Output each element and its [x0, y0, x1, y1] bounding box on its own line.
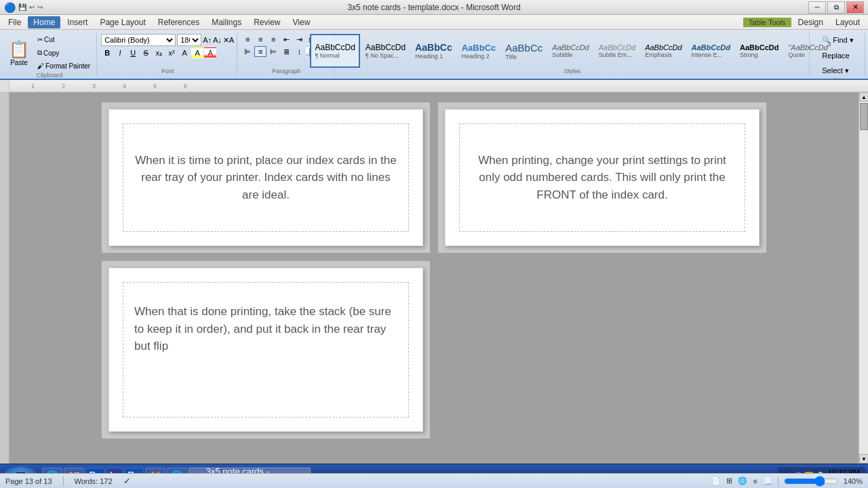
status-bar: Page 13 of 13 Words: 172 ✓ 📄 ⊞ 🌐 ≡ 📃 140…	[0, 473, 868, 488]
style-subtle-emphasis[interactable]: AaBbCcDdSubtle Em...	[595, 34, 639, 68]
scroll-up-button[interactable]: ▲	[859, 92, 868, 102]
shrink-font-button[interactable]: A↓	[213, 36, 222, 44]
cards-grid: When it is time to print, place our inde…	[102, 102, 766, 439]
title-bar-title: 3x5 note cards - template.docx - Microso…	[0, 3, 868, 12]
left-margin-bar	[0, 92, 9, 464]
ruler-marks: 123456	[11, 80, 857, 92]
menu-page-layout[interactable]: Page Layout	[94, 16, 151, 28]
quick-access-undo[interactable]: ↩	[29, 3, 35, 11]
index-card-2[interactable]: When printing, change your print setting…	[445, 109, 760, 246]
align-center-button[interactable]: ≡	[254, 46, 267, 57]
style-heading1[interactable]: AaBbCcHeading 1	[411, 34, 456, 68]
clipboard-label: Clipboard	[37, 72, 63, 79]
restore-button[interactable]: ⧉	[827, 1, 845, 14]
quick-access-save[interactable]: 💾	[18, 3, 26, 11]
view-web-icon[interactable]: 🌐	[738, 476, 747, 485]
format-painter-button[interactable]: 🖌 Format Painter	[34, 60, 94, 72]
increase-indent-button[interactable]: ⇥	[293, 34, 305, 45]
cut-button[interactable]: ✂ Cut	[34, 34, 94, 45]
view-draft-icon[interactable]: 📃	[763, 476, 772, 485]
view-outline-icon[interactable]: ≡	[753, 477, 757, 485]
menu-home[interactable]: Home	[28, 16, 60, 28]
card-inner-2: When printing, change your print setting…	[459, 123, 745, 232]
editing-controls: 🔍 Find ▾ Replace Select ▾	[818, 34, 856, 77]
zoom-level: 140%	[844, 477, 863, 485]
view-fullscreen-icon[interactable]: ⊞	[726, 476, 732, 485]
bold-button[interactable]: B	[101, 47, 113, 58]
menu-review[interactable]: Review	[248, 16, 285, 28]
table-tools-tab: Table Tools	[743, 18, 791, 27]
numbering-button[interactable]: ≡	[254, 34, 267, 45]
decrease-indent-button[interactable]: ⇤	[280, 34, 292, 45]
underline-button[interactable]: U	[127, 47, 139, 58]
paste-button[interactable]: 📋 Paste	[5, 38, 33, 68]
font-label: Font	[161, 68, 174, 75]
card-text-1: When it is time to print, place our inde…	[134, 152, 397, 204]
style-strong[interactable]: AaBbCcDdStrong	[736, 34, 783, 68]
menu-design[interactable]: Design	[793, 16, 829, 28]
style-title[interactable]: AaBbCcTitle	[501, 34, 547, 68]
menu-insert[interactable]: Insert	[62, 16, 93, 28]
justify-button[interactable]: ≣	[280, 46, 292, 57]
font-name-select[interactable]: Calibri (Body)	[101, 34, 176, 46]
menu-references[interactable]: References	[153, 16, 205, 28]
document-canvas[interactable]: When it is time to print, place our inde…	[9, 92, 859, 464]
replace-button[interactable]: Replace	[818, 49, 856, 62]
ribbon-content: 📋 Paste ✂ Cut ⧉ Copy 🖌 Format Painter Cl…	[0, 31, 868, 77]
spell-check-icon[interactable]: ✓	[123, 476, 131, 486]
minimize-button[interactable]: ─	[808, 1, 826, 14]
right-scrollbar: ▲ ▼	[859, 92, 868, 464]
close-button[interactable]: ✕	[846, 1, 864, 14]
format-buttons-row: B I U S x₂ x² A A A	[101, 47, 234, 58]
ribbon-group-styles: AaBbCcDd¶ Normal AaBbCcDd¶ No Spac... Aa…	[336, 33, 810, 76]
find-button[interactable]: 🔍 Find ▾	[818, 34, 856, 47]
zoom-slider[interactable]	[784, 477, 838, 485]
menu-file[interactable]: File	[3, 16, 26, 28]
scroll-down-button[interactable]: ▼	[859, 454, 868, 464]
style-heading2[interactable]: AaBbCcHeading 2	[458, 34, 500, 68]
word-count: Words: 172	[75, 477, 113, 485]
font-color-button[interactable]: A	[204, 47, 216, 58]
paste-label: Paste	[10, 59, 28, 66]
clear-formatting-button[interactable]: ✕A	[223, 36, 234, 45]
view-print-icon[interactable]: 📄	[711, 476, 721, 485]
text-effects-button[interactable]: A	[178, 47, 191, 58]
style-intense-emphasis[interactable]: AaBbCcDdIntense E...	[688, 34, 734, 68]
card-text-2: When printing, change your print setting…	[471, 152, 734, 204]
index-card-3[interactable]: When that is done printing, take the sta…	[108, 268, 423, 432]
line-spacing-button[interactable]: ↕	[293, 46, 305, 57]
menu-mailings[interactable]: Mailings	[206, 16, 247, 28]
bullets-button[interactable]: ≡	[241, 34, 254, 45]
scrollbar-track	[859, 102, 868, 454]
strikethrough-button[interactable]: S	[140, 47, 152, 58]
style-emphasis[interactable]: AaBbCcDdEmphasis	[641, 34, 686, 68]
ruler-corner	[0, 80, 9, 92]
card-inner-1: When it is time to print, place our inde…	[123, 123, 409, 232]
style-normal[interactable]: AaBbCcDd¶ Normal	[310, 34, 359, 68]
italic-button[interactable]: I	[114, 47, 126, 58]
index-card-1[interactable]: When it is time to print, place our inde…	[108, 109, 423, 246]
text-highlight-button[interactable]: A	[191, 47, 203, 58]
menu-layout[interactable]: Layout	[830, 16, 865, 28]
ribbon-group-editing: 🔍 Find ▾ Replace Select ▾ Editing	[811, 33, 865, 76]
page-cell-2: When printing, change your print setting…	[438, 102, 766, 253]
subscript-button[interactable]: x₂	[153, 47, 165, 58]
style-subtitle[interactable]: AaBbCcDdSubtitle	[548, 34, 593, 68]
scrollbar-thumb[interactable]	[860, 103, 868, 130]
multilevel-button[interactable]: ≡	[267, 34, 279, 45]
ribbon-group-font: Calibri (Body) 180 A↑ A↓ ✕A B I U S	[98, 33, 237, 76]
main-layout: 🔵 💾 ↩ ↪ 3x5 note cards - template.docx -…	[0, 0, 868, 488]
align-right-button[interactable]: ⊨	[267, 46, 279, 57]
copy-button[interactable]: ⧉ Copy	[34, 47, 94, 59]
menu-view[interactable]: View	[288, 16, 316, 28]
font-size-select[interactable]: 180	[177, 34, 201, 46]
grow-font-button[interactable]: A↑	[203, 36, 212, 44]
select-button[interactable]: Select ▾	[818, 64, 856, 77]
style-no-spacing[interactable]: AaBbCcDd¶ No Spac...	[361, 34, 410, 68]
quick-access-redo[interactable]: ↪	[37, 3, 43, 11]
superscript-button[interactable]: x²	[165, 47, 178, 58]
document-area: When it is time to print, place our inde…	[0, 92, 868, 464]
page-cell-1: When it is time to print, place our inde…	[102, 102, 430, 253]
align-left-button[interactable]: ⊫	[241, 46, 254, 57]
word-icon: 🔵	[4, 2, 16, 13]
